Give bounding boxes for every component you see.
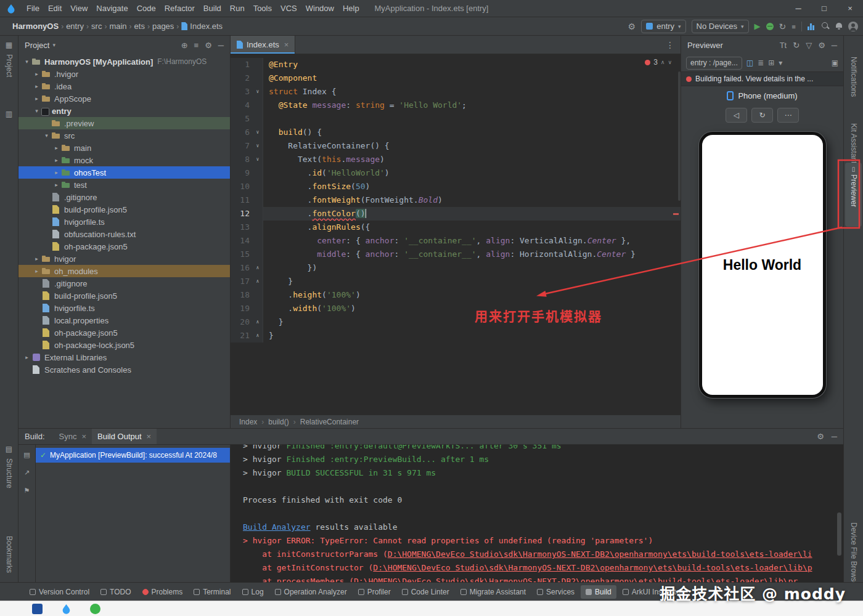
- menu-edit[interactable]: Edit: [44, 4, 66, 13]
- code-line-20[interactable]: 20∧ }: [231, 315, 681, 329]
- tree-item-ohostest[interactable]: ▸ohosTest: [18, 166, 230, 179]
- close-tab-icon[interactable]: ×: [284, 40, 289, 49]
- search-icon[interactable]: [822, 22, 830, 30]
- editor-options-icon[interactable]: ⋮: [660, 40, 681, 50]
- tree-item-oh-package-json5[interactable]: oh-package.json5: [18, 240, 230, 253]
- chevron-down-icon[interactable]: ▾: [779, 59, 782, 67]
- code-line-1[interactable]: 1@Entry: [231, 58, 681, 71]
- font-size-icon[interactable]: Tt: [780, 41, 787, 50]
- menu-window[interactable]: Window: [301, 4, 338, 13]
- refresh-icon[interactable]: ↻: [793, 41, 800, 50]
- status-problems[interactable]: Problems: [137, 585, 188, 599]
- status-log[interactable]: Log: [237, 585, 269, 599]
- menu-build[interactable]: Build: [199, 4, 226, 13]
- console-token-redlink[interactable]: D:\HOMENG\DevEco Studio\sdk\HarmonyOS-NE…: [373, 563, 812, 572]
- structure-strip-icon[interactable]: ▤: [6, 445, 12, 453]
- tree-item-scratches-and-consoles[interactable]: Scratches and Consoles: [18, 363, 230, 376]
- status-code-linter[interactable]: Code Linter: [397, 585, 454, 599]
- layers-icon[interactable]: ≣: [758, 59, 764, 67]
- tree-toggle-icon[interactable]: ▸: [32, 268, 41, 274]
- tree-toggle-icon[interactable]: ▸: [52, 145, 61, 151]
- code-line-21[interactable]: 21∧}: [231, 329, 681, 342]
- maximize-button[interactable]: □: [811, 0, 837, 17]
- status-profiler[interactable]: Profiler: [353, 585, 396, 599]
- fold-marker-icon[interactable]: ∧: [253, 315, 263, 329]
- code-line-15[interactable]: 15 middle: { anchor: '__container__', al…: [231, 248, 681, 261]
- inspect-frame-icon[interactable]: ▣: [832, 59, 838, 67]
- code-line-12[interactable]: 12 .fontColor(): [231, 207, 681, 221]
- code-line-9[interactable]: 9 .id('HelloWorld'): [231, 166, 681, 180]
- fold-marker-icon[interactable]: ∨: [253, 126, 263, 139]
- build-settings-icon[interactable]: ⚙: [817, 432, 824, 441]
- tree-item-harmonyos-myapplication[interactable]: ▾HarmonyOS [MyApplication]F:\HarmonyOS: [18, 55, 230, 68]
- breadcrumb-entry[interactable]: entry: [66, 22, 84, 31]
- taskbar-deveco-icon[interactable]: [61, 604, 72, 614]
- structure-stripe-button[interactable]: Structure: [5, 458, 14, 488]
- pin-icon[interactable]: ⚑: [24, 487, 30, 495]
- taskbar-green-icon[interactable]: [90, 604, 100, 614]
- avatar[interactable]: [848, 22, 858, 31]
- menu-run[interactable]: Run: [226, 4, 249, 13]
- tree-toggle-icon[interactable]: ▸: [22, 354, 31, 360]
- export-icon[interactable]: ↗: [24, 469, 30, 477]
- tree-item-gitignore[interactable]: .gitignore: [18, 191, 230, 203]
- menu-code[interactable]: Code: [133, 4, 160, 13]
- notifications-bell-icon[interactable]: [835, 23, 843, 30]
- close-button[interactable]: ×: [837, 0, 863, 17]
- tab-build-output[interactable]: Build Output ×: [92, 429, 157, 444]
- breadcrumb-method[interactable]: build(): [268, 418, 288, 426]
- breadcrumb-struct[interactable]: Index: [239, 418, 257, 426]
- project-panel-title[interactable]: Project ▾: [25, 41, 55, 50]
- tree-toggle-icon[interactable]: ▸: [52, 169, 61, 176]
- tree-toggle-icon[interactable]: ▾: [22, 59, 31, 65]
- tree-item-build-profile-json5[interactable]: build-profile.json5: [18, 290, 230, 302]
- menu-vcs[interactable]: VCS: [276, 4, 301, 13]
- debug-button[interactable]: [766, 23, 774, 30]
- menu-tools[interactable]: Tools: [249, 4, 276, 13]
- tree-toggle-icon[interactable]: ▸: [32, 71, 41, 77]
- tree-item-preview[interactable]: .preview: [18, 117, 230, 129]
- status-operation-analyzer[interactable]: Operation Analyzer: [270, 585, 352, 599]
- code-line-3[interactable]: 3∨struct Index {: [231, 85, 681, 99]
- profiler-icon[interactable]: [808, 23, 816, 30]
- previewer-settings-icon[interactable]: ⚙: [818, 41, 825, 50]
- status-build[interactable]: Build: [581, 585, 616, 599]
- breadcrumb-harmonyos[interactable]: HarmonyOS: [12, 22, 59, 31]
- close-tab-icon[interactable]: ×: [147, 432, 152, 441]
- breadcrumb-pages[interactable]: pages: [152, 22, 174, 31]
- tree-toggle-icon[interactable]: ▸: [32, 256, 41, 262]
- project-strip-icon[interactable]: ▦: [6, 41, 12, 49]
- build-run-item[interactable]: ✓ MyApplication [PreviewBuild]: successf…: [36, 448, 230, 463]
- grid-icon[interactable]: ⊞: [768, 59, 774, 67]
- status-todo[interactable]: TODO: [96, 585, 136, 599]
- panel-settings-icon[interactable]: ⚙: [205, 41, 212, 50]
- code-line-8[interactable]: 8∨ Text(this.message): [231, 153, 681, 166]
- tree-item-entry[interactable]: ▾entry: [18, 105, 230, 117]
- tree-toggle-icon[interactable]: ▾: [42, 132, 51, 139]
- menu-file[interactable]: File: [22, 4, 44, 13]
- tree-item-external-libraries[interactable]: ▸External Libraries: [18, 351, 230, 363]
- tree-item-hvigor[interactable]: ▸hvigor: [18, 253, 230, 265]
- inspections-widget[interactable]: 3 ∧ ∨: [645, 58, 672, 67]
- taskbar-app-icon[interactable]: [32, 604, 43, 614]
- console-output[interactable]: > hvigor Finished :entry:default@Preview…: [231, 445, 843, 582]
- status-version-control[interactable]: Version Control: [25, 585, 94, 599]
- menu-view[interactable]: View: [66, 4, 92, 13]
- collapse-all-icon[interactable]: ≡: [194, 41, 199, 50]
- bookmarks-stripe-button[interactable]: Bookmarks: [5, 536, 14, 573]
- code-line-14[interactable]: 14 center: { anchor: '__container__', al…: [231, 234, 681, 248]
- build-failed-banner[interactable]: Building failed. View details in the ...: [681, 71, 843, 86]
- tree-item-oh-package-lock-json5[interactable]: oh-package-lock.json5: [18, 339, 230, 351]
- prev-error-icon[interactable]: ∧: [661, 59, 665, 65]
- back-button[interactable]: ◁: [726, 108, 747, 123]
- tree-item-oh-package-json5[interactable]: oh-package.json5: [18, 326, 230, 339]
- fold-marker-icon[interactable]: ∧: [253, 329, 263, 342]
- next-error-icon[interactable]: ∨: [668, 59, 672, 65]
- breadcrumb-ets[interactable]: ets: [134, 22, 145, 31]
- console-token-redlink[interactable]: D:\HOMENG\DevEco Studio\sdk\HarmonyOS-NE…: [388, 549, 812, 559]
- project-stripe-button[interactable]: Project: [5, 54, 14, 77]
- tree-item-obfuscation-rules-txt[interactable]: obfuscation-rules.txt: [18, 228, 230, 240]
- tree-item-hvigor[interactable]: ▸.hvigor: [18, 68, 230, 80]
- menu-navigate[interactable]: Navigate: [92, 4, 132, 13]
- code-line-18[interactable]: 18 .height('100%'): [231, 288, 681, 302]
